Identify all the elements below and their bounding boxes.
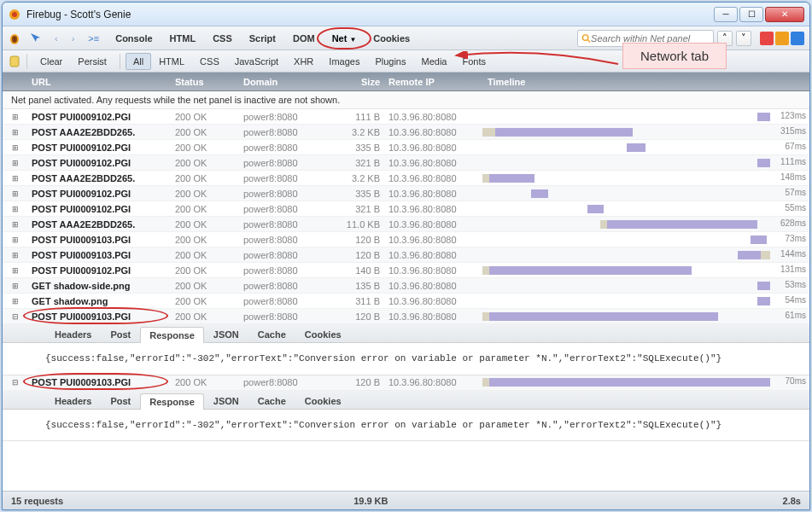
request-row[interactable]: ⊞POST AAA2E2BDD265.200 OKpower8:808011.0…	[3, 217, 809, 232]
panel-tab-html[interactable]: HTML	[161, 31, 205, 46]
search-input[interactable]	[591, 33, 710, 44]
expand-icon[interactable]: ⊞	[3, 113, 28, 121]
panel-close-button[interactable]	[791, 32, 804, 45]
request-row[interactable]: ⊞POST PUI0009102.PGI200 OKpower8:8080111…	[3, 109, 809, 125]
requests-list[interactable]: ⊞POST PUI0009102.PGI200 OKpower8:8080111…	[3, 109, 809, 491]
request-url: GET shadow.png	[28, 296, 175, 306]
filter-media[interactable]: Media	[413, 53, 454, 70]
close-button[interactable]: ✕	[765, 7, 804, 22]
request-status: 200 OK	[175, 189, 243, 199]
firebug-logo-icon[interactable]	[8, 32, 21, 45]
filter-plugins[interactable]: Plugins	[367, 53, 413, 70]
break-icon[interactable]	[8, 55, 21, 68]
panel-minimize-button[interactable]	[760, 32, 774, 45]
header-size[interactable]: Size	[337, 77, 388, 87]
search-prev-button[interactable]: ˄	[717, 31, 733, 46]
response-body[interactable]: {success:false,"errorId":"-302","errorTe…	[3, 410, 809, 441]
svg-point-4	[582, 34, 587, 39]
panel-tab-dom[interactable]: DOM	[284, 31, 324, 46]
expand-icon[interactable]: ⊞	[3, 282, 28, 290]
header-timeline[interactable]: Timeline	[482, 77, 809, 87]
request-row[interactable]: ⊞POST PUI0009102.PGI200 OKpower8:8080140…	[3, 263, 809, 278]
panel-tab-script[interactable]: Script	[241, 31, 284, 46]
request-row[interactable]: ⊟POST PUI0009103.PGI200 OKpower8:8080120…	[3, 375, 809, 391]
filter-xhr[interactable]: XHR	[286, 53, 321, 70]
request-status: 200 OK	[175, 112, 243, 122]
request-status: 200 OK	[175, 173, 243, 183]
expand-icon[interactable]: ⊞	[3, 174, 28, 183]
inspect-button[interactable]	[23, 28, 47, 49]
collapse-icon[interactable]: ⊟	[3, 378, 28, 387]
titlebar[interactable]: Firebug - Scott's Genie ─ ☐ ✕	[3, 3, 809, 26]
detail-tab-response[interactable]: Response	[140, 327, 204, 343]
request-row[interactable]: ⊟POST PUI0009103.PGI200 OKpower8:8080120…	[3, 309, 809, 324]
expand-icon[interactable]: ⊞	[3, 236, 28, 244]
timeline-bar: 70ms	[482, 376, 809, 388]
detail-tab-cache[interactable]: Cache	[248, 326, 295, 342]
request-remote: 10.3.96.80:8080	[388, 250, 482, 260]
detail-tab-post[interactable]: Post	[101, 326, 140, 342]
header-remote[interactable]: Remote IP	[388, 77, 482, 87]
request-row[interactable]: ⊞POST PUI0009102.PGI200 OKpower8:8080335…	[3, 140, 809, 155]
request-remote: 10.3.96.80:8080	[388, 127, 482, 137]
expand-icon[interactable]: ⊞	[3, 189, 28, 198]
filter-html[interactable]: HTML	[151, 53, 192, 70]
expand-icon[interactable]: ⊞	[3, 266, 28, 275]
request-row[interactable]: ⊞GET shadow.png200 OKpower8:8080311 B10.…	[3, 294, 809, 309]
request-row[interactable]: ⊞POST PUI0009102.PGI200 OKpower8:8080321…	[3, 155, 809, 171]
panel-tab-css[interactable]: CSS	[204, 31, 241, 46]
request-status: 200 OK	[175, 377, 243, 387]
header-status[interactable]: Status	[175, 77, 243, 87]
request-row[interactable]: ⊞POST PUI0009103.PGI200 OKpower8:8080120…	[3, 232, 809, 247]
detail-tab-cookies[interactable]: Cookies	[295, 326, 351, 342]
filter-images[interactable]: Images	[321, 53, 367, 70]
request-row[interactable]: ⊞POST PUI0009103.PGI200 OKpower8:8080120…	[3, 247, 809, 263]
forward-button[interactable]: ›	[66, 30, 81, 47]
filter-all[interactable]: All	[126, 53, 151, 70]
expand-icon[interactable]: ⊞	[3, 143, 28, 152]
request-row[interactable]: ⊞POST PUI0009102.PGI200 OKpower8:8080321…	[3, 201, 809, 217]
filter-fonts[interactable]: Fonts	[454, 53, 494, 70]
request-url: POST PUI0009103.PGI	[28, 235, 175, 245]
persist-button[interactable]: Persist	[70, 53, 114, 70]
maximize-button[interactable]: ☐	[739, 7, 763, 22]
command-line-toggle[interactable]: >≡	[82, 30, 105, 47]
request-remote: 10.3.96.80:8080	[388, 112, 482, 122]
expand-icon[interactable]: ⊞	[3, 297, 28, 305]
filter-javascript[interactable]: JavaScript	[227, 53, 286, 70]
expand-icon[interactable]: ⊞	[3, 128, 28, 137]
header-domain[interactable]: Domain	[243, 77, 337, 87]
expand-icon[interactable]: ⊞	[3, 205, 28, 213]
request-row[interactable]: ⊞POST AAA2E2BDD265.200 OKpower8:80803.2 …	[3, 171, 809, 186]
panel-detach-button[interactable]	[775, 32, 789, 45]
expand-icon[interactable]: ⊞	[3, 251, 28, 259]
panel-tab-cookies[interactable]: Cookies	[365, 31, 418, 46]
detail-tab-json[interactable]: JSON	[204, 393, 248, 409]
clear-button[interactable]: Clear	[32, 53, 70, 70]
detail-tab-cookies[interactable]: Cookies	[295, 393, 351, 409]
back-button[interactable]: ‹	[49, 30, 64, 47]
detail-tab-headers[interactable]: Headers	[45, 393, 101, 409]
response-body[interactable]: {success:false,"errorId":"-302","errorTe…	[3, 343, 809, 375]
detail-tab-post[interactable]: Post	[101, 393, 140, 409]
expand-icon[interactable]: ⊞	[3, 220, 28, 229]
expand-icon[interactable]: ⊞	[3, 159, 28, 167]
detail-tab-cache[interactable]: Cache	[248, 393, 295, 409]
panel-tab-net[interactable]: Net ▼	[324, 31, 365, 46]
search-box[interactable]	[577, 30, 714, 47]
detail-tab-headers[interactable]: Headers	[45, 326, 101, 342]
filter-css[interactable]: CSS	[192, 53, 227, 70]
request-url: POST PUI0009102.PGI	[28, 189, 175, 199]
request-row[interactable]: ⊞POST AAA2E2BDD265.200 OKpower8:80803.2 …	[3, 125, 809, 140]
request-row[interactable]: ⊞POST PUI0009102.PGI200 OKpower8:8080335…	[3, 186, 809, 201]
minimize-button[interactable]: ─	[714, 7, 738, 22]
panel-tab-console[interactable]: Console	[107, 31, 161, 46]
search-next-button[interactable]: ˅	[736, 31, 751, 46]
detail-tab-response[interactable]: Response	[140, 393, 204, 410]
request-url: POST PUI0009102.PGI	[28, 265, 175, 276]
collapse-icon[interactable]: ⊟	[3, 312, 28, 321]
timeline-bar: 144ms	[482, 249, 809, 261]
detail-tab-json[interactable]: JSON	[204, 326, 248, 342]
header-url[interactable]: URL	[28, 77, 175, 87]
request-row[interactable]: ⊞GET shadow-side.png200 OKpower8:8080135…	[3, 278, 809, 294]
